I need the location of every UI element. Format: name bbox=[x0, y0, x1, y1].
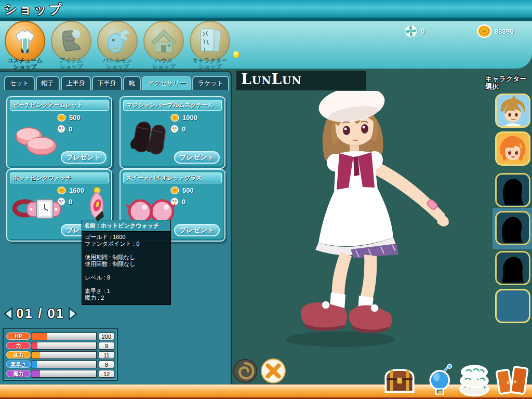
battlemon-balloon-icon[interactable] bbox=[427, 364, 454, 397]
present-button[interactable]: プレゼント bbox=[61, 151, 107, 164]
stat-row-stamina: 体力 11 bbox=[6, 351, 114, 359]
stat-label: 魔力 bbox=[6, 370, 31, 377]
item-gold-price: 1000 bbox=[182, 114, 197, 122]
item-gold-price: 500 bbox=[69, 114, 81, 122]
exit-doors-icon[interactable] bbox=[495, 364, 529, 397]
stat-value: 11 bbox=[99, 351, 114, 359]
coin-icon bbox=[477, 24, 491, 38]
rotate-button[interactable] bbox=[233, 358, 258, 383]
pink-watch-image bbox=[11, 192, 69, 228]
tooltip-line bbox=[85, 247, 168, 254]
battlemon-shop-icon bbox=[97, 21, 138, 61]
tooltip-line: 魔力 : 2 bbox=[85, 295, 168, 301]
stat-bar bbox=[32, 342, 97, 350]
shop-label-line1: コスチューム bbox=[7, 57, 42, 63]
item-name: マジシャンパープルムスクテール bbox=[123, 100, 222, 111]
character-nameplate: LunLun bbox=[236, 71, 366, 90]
item-tooltip: 名前 : ホットピンクウォッチ ゴールド : 1600 ファンタポイント : 0… bbox=[82, 220, 171, 305]
category-tabs: セット 帽子 上半身 下半身 靴 アクセサリー ラケット bbox=[4, 76, 229, 90]
gold-amount: 88395 bbox=[495, 28, 513, 35]
shop-nav-battlemon[interactable]: バトルモンショップ bbox=[96, 21, 139, 70]
character-slot-boy[interactable] bbox=[495, 94, 530, 128]
item-fanta-price: 0 bbox=[182, 125, 185, 133]
tab-accessory[interactable]: アクセサリー bbox=[142, 76, 191, 90]
page-indicator: 01 / 01 bbox=[16, 305, 65, 322]
tab-bottom[interactable]: 下半身 bbox=[92, 76, 122, 90]
gold-currency: 88395 bbox=[477, 24, 513, 38]
item-shop-icon bbox=[51, 21, 91, 61]
page-title: ショップ bbox=[4, 1, 63, 18]
item-name: スイートバイオレットグラス bbox=[123, 172, 222, 183]
shop-label-line2: ショップ bbox=[198, 63, 221, 70]
black-gloves-image bbox=[125, 119, 174, 161]
tab-racket[interactable]: ラケット bbox=[192, 76, 229, 90]
sparkle-dot bbox=[233, 51, 239, 58]
character-slot-empty-silhouette[interactable] bbox=[495, 173, 530, 207]
tooltip-line: ゴールド : 1600 bbox=[85, 234, 168, 241]
shop-nav-item[interactable]: アイテムショップ bbox=[49, 21, 93, 70]
stat-bar bbox=[32, 351, 97, 359]
shop-label-line2: ショップ bbox=[105, 63, 129, 70]
boy-portrait bbox=[497, 95, 529, 126]
stat-value: 12 bbox=[99, 370, 114, 378]
shop-label-line1: バトルモン bbox=[103, 57, 132, 63]
character-select-label: キャラクター選択 bbox=[485, 75, 527, 90]
shop-nav-house[interactable]: ハウスショップ bbox=[142, 21, 185, 70]
tooltip-line: 使用回数 : 制限なし bbox=[85, 261, 168, 268]
tooltip-line bbox=[85, 268, 168, 274]
candy-stack-icon[interactable] bbox=[456, 363, 493, 397]
stat-bar bbox=[32, 332, 97, 340]
character-slot-girl[interactable] bbox=[495, 131, 530, 166]
pagination: 01 / 01 bbox=[3, 305, 78, 322]
stat-row-hp: HP 200 bbox=[6, 332, 114, 340]
tooltip-line: 素早さ : 1 bbox=[85, 288, 168, 295]
stat-label: 力 bbox=[6, 342, 31, 349]
stat-value: 9 bbox=[99, 342, 114, 350]
stat-label: 素早さ bbox=[6, 361, 31, 368]
item-card-armlet[interactable]: ピーチピンクアームレット 500 0 プレゼント bbox=[6, 96, 112, 169]
present-button[interactable]: プレゼント bbox=[174, 224, 220, 236]
page-next-icon[interactable] bbox=[68, 307, 78, 321]
tooltip-line: ファンタポイント : 0 bbox=[85, 241, 168, 247]
title-bar: ショップ bbox=[0, 0, 532, 18]
stat-bar bbox=[32, 361, 97, 368]
tab-set[interactable]: セット bbox=[4, 76, 35, 90]
item-name: ピーチピンクアームレット bbox=[10, 100, 109, 111]
stat-bar bbox=[32, 370, 97, 378]
tooltip-line: 使用期間 : 制限なし bbox=[85, 254, 168, 261]
character-shop-icon bbox=[190, 21, 230, 61]
item-fanta-price: 0 bbox=[182, 198, 185, 206]
pink-armlet-image bbox=[11, 119, 61, 159]
silhouette-portrait bbox=[497, 175, 529, 206]
page-prev-icon[interactable] bbox=[3, 307, 14, 321]
tab-hat[interactable]: 帽子 bbox=[36, 76, 60, 90]
item-card-gloves[interactable]: マジシャンパープルムスクテール 1000 0 プレゼント bbox=[119, 96, 225, 169]
character-slot-empty[interactable] bbox=[495, 289, 530, 323]
candy-icon bbox=[404, 24, 418, 38]
tooltip-line: レベル : 8 bbox=[85, 274, 168, 281]
stat-value: 8 bbox=[99, 361, 114, 368]
candy-currency: 0 bbox=[404, 24, 424, 38]
tooltip-line bbox=[85, 281, 168, 288]
shop-label-line2: ショップ bbox=[59, 63, 83, 70]
shop-nav-character[interactable]: キャラクターショップ bbox=[188, 21, 232, 70]
character-name: LunLun bbox=[236, 71, 366, 88]
shop-label-line2: ショップ bbox=[152, 63, 175, 70]
cancel-button[interactable] bbox=[260, 358, 286, 384]
shop-nav: コスチュームショップ アイテムショップ バトルモンショップ ハウスショップ キャ… bbox=[3, 21, 232, 70]
shop-nav-costume[interactable]: コスチュームショップ bbox=[3, 21, 47, 70]
item-gold-price: 500 bbox=[182, 187, 194, 194]
tab-shoes[interactable]: 靴 bbox=[123, 76, 141, 90]
shop-label-line1: ハウス bbox=[155, 57, 172, 63]
stat-label: 体力 bbox=[6, 351, 31, 358]
character-slot-empty-silhouette[interactable] bbox=[495, 251, 530, 285]
stat-row-speed: 素早さ 8 bbox=[6, 360, 114, 368]
character-slot-empty-silhouette[interactable] bbox=[495, 211, 530, 245]
stat-row-power: 力 9 bbox=[6, 341, 114, 350]
present-button[interactable]: プレゼント bbox=[174, 151, 220, 164]
inventory-chest-icon[interactable] bbox=[382, 365, 417, 396]
stat-value: 200 bbox=[99, 332, 114, 340]
stats-panel: HP 200 力 9 体力 11 素早さ 8 魔力 12 bbox=[3, 328, 118, 381]
stat-row-magic: 魔力 12 bbox=[6, 369, 114, 378]
tab-top[interactable]: 上半身 bbox=[61, 76, 91, 90]
